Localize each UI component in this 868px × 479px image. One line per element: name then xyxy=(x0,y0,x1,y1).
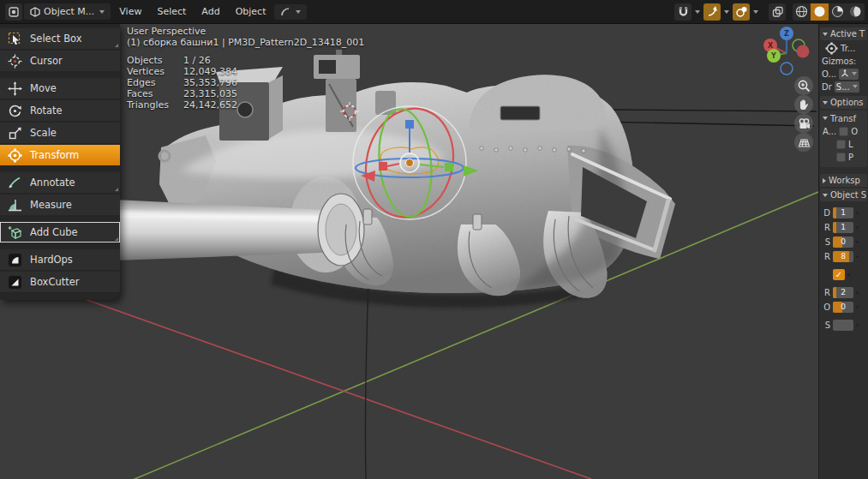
chevron-down-icon xyxy=(853,85,858,88)
axis-neg-z-ball[interactable] xyxy=(781,63,793,75)
move-x-handle[interactable] xyxy=(379,162,387,171)
number-field[interactable]: 1 xyxy=(833,207,853,219)
chevron-down-icon[interactable] xyxy=(753,10,758,14)
toolbar-item-annotate[interactable]: Annotate xyxy=(0,172,120,193)
move-z-handle[interactable] xyxy=(405,120,414,129)
toolbar-item-transform[interactable]: Transform xyxy=(0,145,120,165)
toolbar-item-boxcutter[interactable]: BoxCutter xyxy=(0,272,120,292)
number-field[interactable]: 2 xyxy=(833,287,853,298)
tool-shelf: Select Box Cursor Move Rotate Scale xyxy=(0,24,120,300)
move-icon xyxy=(7,81,22,96)
pan-hand-button[interactable] xyxy=(794,95,813,114)
menu-select[interactable]: Select xyxy=(150,3,193,21)
chevron-down-icon xyxy=(99,10,105,14)
decorator-dot[interactable] xyxy=(847,273,850,276)
panel-header-object[interactable]: Object S xyxy=(820,189,867,201)
decorator-dot[interactable] xyxy=(856,291,859,294)
rotate-icon xyxy=(7,104,22,118)
toolbar-item-add-cube[interactable]: Add Cube xyxy=(0,222,120,242)
shading-wireframe-icon[interactable] xyxy=(793,3,811,21)
number-field[interactable]: 8 xyxy=(833,251,853,262)
gizmo-orientation-row: O... xyxy=(822,68,867,80)
orientation-gizmo[interactable]: Z X Y xyxy=(757,24,817,84)
checkbox-origins[interactable] xyxy=(839,127,848,136)
number-field[interactable]: 0 xyxy=(833,302,853,313)
editor-type-icon[interactable] xyxy=(5,3,22,21)
object-settings-rows: D 1 R 1 S 0 R 8 ✓ xyxy=(820,207,867,331)
number-field[interactable]: 0 xyxy=(833,237,853,248)
measure-icon xyxy=(7,198,22,213)
scene-statistics: Objects1 / 26 Vertices12,049,384 Edges35… xyxy=(127,55,364,111)
gizmo-orientation-dropdown[interactable] xyxy=(839,69,859,80)
toolbar-separator xyxy=(0,216,120,221)
hardops-icon xyxy=(7,253,22,267)
checkbox-locations[interactable] xyxy=(836,140,846,149)
collapse-triangle-icon xyxy=(823,101,828,105)
checkbox-parents-label: P xyxy=(848,153,853,162)
boxcutter-icon xyxy=(7,275,22,290)
menu-view[interactable]: View xyxy=(112,3,148,21)
shading-material-icon[interactable] xyxy=(829,3,847,21)
shading-rendered-icon[interactable] xyxy=(847,3,865,21)
orthographic-grid-button[interactable] xyxy=(794,133,813,152)
tool-options-dropdown[interactable] xyxy=(274,4,307,20)
decorator-dot[interactable] xyxy=(856,241,859,243)
subpanel-header-transform[interactable]: Transf xyxy=(823,112,866,124)
overlays-icon[interactable] xyxy=(769,3,786,21)
magnet-snap-icon[interactable] xyxy=(674,3,691,21)
gizmo-orientation-label: O... xyxy=(822,69,836,79)
decorator-dot[interactable] xyxy=(856,255,859,258)
axes-mini-icon xyxy=(841,69,849,78)
axis-z-label: Z xyxy=(784,30,789,38)
axis-neg-x-ball[interactable] xyxy=(797,45,810,58)
panel-header-workspace[interactable]: Worksp xyxy=(820,174,867,187)
checkbox-checked[interactable]: ✓ xyxy=(833,269,845,280)
chevron-down-icon[interactable] xyxy=(724,10,729,14)
decorator-dot[interactable] xyxy=(856,212,859,214)
object-mode-icon xyxy=(30,7,40,17)
setting-row: R 8 xyxy=(820,250,867,262)
toolbar-item-select-box[interactable]: Select Box xyxy=(0,28,120,49)
chevron-down-icon[interactable] xyxy=(695,10,700,14)
sidebar-tool-panel: Active T Tr... Gizmos: O... Dr S... Opti… xyxy=(818,24,868,479)
panel-header-active-tool[interactable]: Active T xyxy=(820,27,867,40)
proportional-falloff-icon[interactable] xyxy=(733,3,750,21)
shading-solid-icon[interactable] xyxy=(811,3,829,21)
setting-row: R 1 xyxy=(820,221,867,233)
toolbar-item-cursor[interactable]: Cursor xyxy=(0,51,120,71)
scale-icon xyxy=(7,126,22,141)
move-y-handle[interactable] xyxy=(445,163,453,171)
setting-row: S xyxy=(820,319,867,331)
select-box-icon xyxy=(7,32,22,46)
shading-mode-group xyxy=(793,3,865,21)
decorator-dot[interactable] xyxy=(856,306,859,308)
active-object-label: (1) сборка башни1 | PM3D_Pattern2D_13418… xyxy=(127,37,364,48)
axis-x-label: X xyxy=(768,42,774,50)
affect-only-label: A... xyxy=(823,127,836,136)
camera-view-button[interactable] xyxy=(794,114,813,133)
toolbar-item-move[interactable]: Move xyxy=(0,78,120,99)
number-field[interactable]: 1 xyxy=(833,222,853,233)
decorator-dot[interactable] xyxy=(856,324,859,326)
menu-add[interactable]: Add xyxy=(195,3,226,21)
viewport-info-overlay: User Perspective (1) сборка башни1 | PM3… xyxy=(127,26,364,111)
zoom-in-button[interactable] xyxy=(794,76,813,95)
toolbar-item-measure[interactable]: Measure xyxy=(0,195,120,215)
collapse-triangle-icon xyxy=(823,178,826,183)
number-field[interactable] xyxy=(833,320,853,331)
checkbox-parents[interactable] xyxy=(836,153,846,162)
menu-object[interactable]: Object xyxy=(229,3,273,21)
drag-action-dropdown[interactable]: S... xyxy=(835,81,859,93)
snap-target-icon[interactable] xyxy=(703,3,721,21)
mode-selector-label: Object M... xyxy=(44,6,94,17)
toolbar-item-rotate[interactable]: Rotate xyxy=(0,100,120,121)
arc-icon xyxy=(280,7,290,17)
gizmo-center-dot[interactable] xyxy=(406,159,414,167)
toolbar-item-hardops[interactable]: HardOps xyxy=(0,249,120,270)
mode-selector-dropdown[interactable]: Object M... xyxy=(24,3,111,20)
top-header-bar: Object M... View Select Add Object xyxy=(0,0,868,24)
toolbar-item-scale[interactable]: Scale xyxy=(0,123,120,143)
decorator-dot[interactable] xyxy=(856,226,859,229)
active-tool-row[interactable]: Tr... xyxy=(825,42,867,54)
panel-header-options[interactable]: Options xyxy=(820,96,867,109)
